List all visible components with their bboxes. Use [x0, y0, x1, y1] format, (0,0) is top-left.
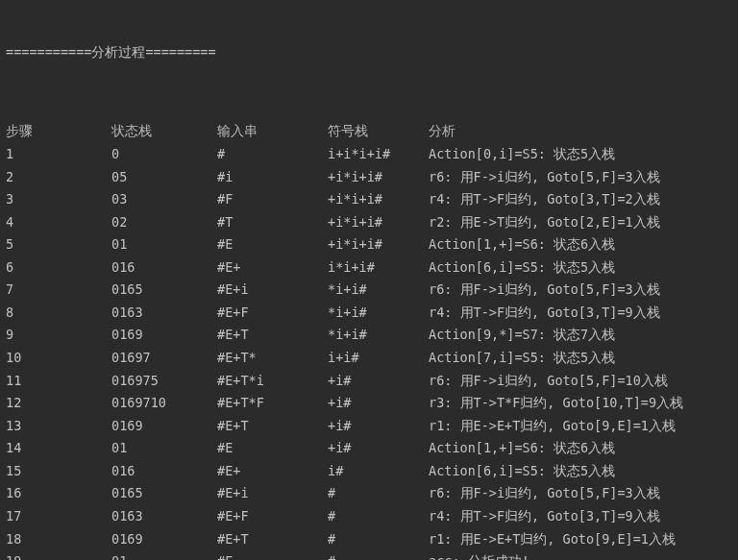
cell-symbol-stack: # — [328, 550, 429, 560]
cell-state-stack: 01 — [111, 437, 217, 460]
table-row: 1001697#E+T*i+i#Action[7,i]=S5: 状态5入栈 — [6, 347, 732, 370]
cell-action: r6: 用F->i归约, Goto[5,F]=3入栈 — [429, 166, 732, 189]
cell-action: r4: 用T->F归约, Goto[3,T]=9入栈 — [429, 505, 732, 528]
cell-state-stack: 01697 — [111, 347, 217, 370]
table-row: 120169710#E+T*F+i#r3: 用T->T*F归约, Goto[10… — [6, 392, 732, 415]
cell-input: #E+i — [217, 279, 328, 302]
parse-trace-panel: ===========分析过程========= 步骤 状态栈 输入串 符号栈 … — [0, 0, 738, 560]
table-row: 80163#E+F*i+i#r4: 用T->F归约, Goto[3,T]=9入栈 — [6, 302, 732, 325]
cell-action: r3: 用T->T*F归约, Goto[10,T]=9入栈 — [429, 392, 732, 415]
cell-state-stack: 01 — [111, 550, 217, 560]
table-row: 10#i+i*i+i#Action[0,i]=S5: 状态5入栈 — [6, 143, 732, 166]
cell-step: 5 — [6, 233, 111, 256]
cell-action: r4: 用T->F归约, Goto[3,T]=2入栈 — [429, 188, 732, 211]
cell-step: 3 — [6, 188, 111, 211]
cell-step: 1 — [6, 143, 111, 166]
cell-input: #E+F — [217, 505, 328, 528]
cell-input: #T — [217, 211, 328, 234]
cell-action: Action[7,i]=S5: 状态5入栈 — [429, 347, 732, 370]
header-state-stack: 状态栈 — [111, 120, 217, 143]
cell-action: Action[6,i]=S5: 状态5入栈 — [429, 256, 732, 280]
cell-symbol-stack: i# — [328, 460, 429, 483]
cell-step: 11 — [6, 370, 111, 393]
cell-state-stack: 0 — [111, 143, 217, 166]
cell-action: Action[1,+]=S6: 状态6入栈 — [429, 437, 732, 460]
cell-state-stack: 05 — [111, 166, 217, 189]
header-action: 分析 — [429, 120, 732, 143]
cell-state-stack: 016975 — [111, 370, 217, 393]
cell-step: 9 — [6, 324, 111, 347]
cell-symbol-stack: +i*i+i# — [328, 211, 429, 234]
cell-state-stack: 03 — [111, 188, 217, 211]
table-row: 1901#E#acc: 分析成功! — [6, 550, 732, 560]
table-row: 130169#E+T+i#r1: 用E->E+T归约, Goto[9,E]=1入… — [6, 415, 732, 438]
cell-input: #E — [217, 550, 328, 560]
section-title: ===========分析过程========= — [6, 43, 732, 62]
cell-state-stack: 0169 — [111, 528, 217, 551]
cell-step: 8 — [6, 302, 111, 325]
cell-symbol-stack: *i+i# — [328, 324, 429, 347]
cell-step: 2 — [6, 166, 111, 189]
cell-input: #E+ — [217, 256, 328, 280]
cell-input: #E+ — [217, 460, 328, 483]
cell-action: acc: 分析成功! — [429, 550, 732, 560]
cell-step: 4 — [6, 211, 111, 234]
header-step: 步骤 — [6, 120, 111, 143]
cell-input: #i — [217, 166, 328, 189]
cell-input: #E — [217, 233, 328, 256]
cell-state-stack: 0169 — [111, 324, 217, 347]
cell-state-stack: 016 — [111, 460, 217, 483]
cell-symbol-stack: +i# — [328, 415, 429, 438]
table-row: 6016#E+i*i+i#Action[6,i]=S5: 状态5入栈 — [6, 256, 732, 280]
cell-input: # — [217, 143, 328, 166]
table-row: 170163#E+F#r4: 用T->F归约, Goto[3,T]=9入栈 — [6, 505, 732, 528]
cell-step: 19 — [6, 550, 111, 560]
cell-input: #E+i — [217, 482, 328, 505]
cell-symbol-stack: i*i+i# — [328, 256, 429, 280]
cell-action: Action[6,i]=S5: 状态5入栈 — [429, 460, 732, 483]
cell-input: #E+T*F — [217, 392, 328, 415]
cell-symbol-stack: +i# — [328, 370, 429, 393]
table-row: 303#F+i*i+i#r4: 用T->F归约, Goto[3,T]=2入栈 — [6, 188, 732, 211]
cell-state-stack: 01 — [111, 233, 217, 256]
header-symbol-stack: 符号栈 — [328, 120, 429, 143]
cell-action: r1: 用E->E+T归约, Goto[9,E]=1入栈 — [429, 415, 732, 438]
table-row: 70165#E+i*i+i#r6: 用F->i归约, Goto[5,F]=3入栈 — [6, 279, 732, 302]
cell-state-stack: 0169 — [111, 415, 217, 438]
cell-symbol-stack: +i*i+i# — [328, 166, 429, 189]
cell-state-stack: 0163 — [111, 302, 217, 325]
cell-symbol-stack: +i*i+i# — [328, 188, 429, 211]
cell-action: Action[1,+]=S6: 状态6入栈 — [429, 233, 732, 256]
cell-symbol-stack: +i# — [328, 392, 429, 415]
cell-input: #E+T — [217, 528, 328, 551]
cell-symbol-stack: *i+i# — [328, 279, 429, 302]
cell-input: #E+T — [217, 415, 328, 438]
cell-step: 15 — [6, 460, 111, 483]
cell-action: Action[9,*]=S7: 状态7入栈 — [429, 324, 732, 347]
cell-action: r6: 用F->i归约, Goto[5,F]=10入栈 — [429, 370, 732, 393]
cell-step: 17 — [6, 505, 111, 528]
cell-action: r6: 用F->i归约, Goto[5,F]=3入栈 — [429, 279, 732, 302]
cell-input: #E+T*i — [217, 370, 328, 393]
cell-state-stack: 02 — [111, 211, 217, 234]
cell-action: r2: 用E->T归约, Goto[2,E]=1入栈 — [429, 211, 732, 234]
cell-action: r4: 用T->F归约, Goto[3,T]=9入栈 — [429, 302, 732, 325]
cell-symbol-stack: +i# — [328, 437, 429, 460]
cell-symbol-stack: # — [328, 528, 429, 551]
cell-input: #E+F — [217, 302, 328, 325]
table-row: 160165#E+i#r6: 用F->i归约, Goto[5,F]=3入栈 — [6, 482, 732, 505]
cell-state-stack: 0163 — [111, 505, 217, 528]
cell-input: #E+T* — [217, 347, 328, 370]
cell-input: #F — [217, 188, 328, 211]
cell-step: 13 — [6, 415, 111, 438]
cell-step: 6 — [6, 256, 111, 280]
cell-symbol-stack: # — [328, 482, 429, 505]
cell-input: #E+T — [217, 324, 328, 347]
cell-step: 12 — [6, 392, 111, 415]
table-row: 11016975#E+T*i+i#r6: 用F->i归约, Goto[5,F]=… — [6, 370, 732, 393]
cell-state-stack: 0165 — [111, 279, 217, 302]
cell-symbol-stack: i+i*i+i# — [328, 143, 429, 166]
table-row: 205#i+i*i+i#r6: 用F->i归约, Goto[5,F]=3入栈 — [6, 166, 732, 189]
table-row: 1401#E+i#Action[1,+]=S6: 状态6入栈 — [6, 437, 732, 460]
cell-step: 16 — [6, 482, 111, 505]
